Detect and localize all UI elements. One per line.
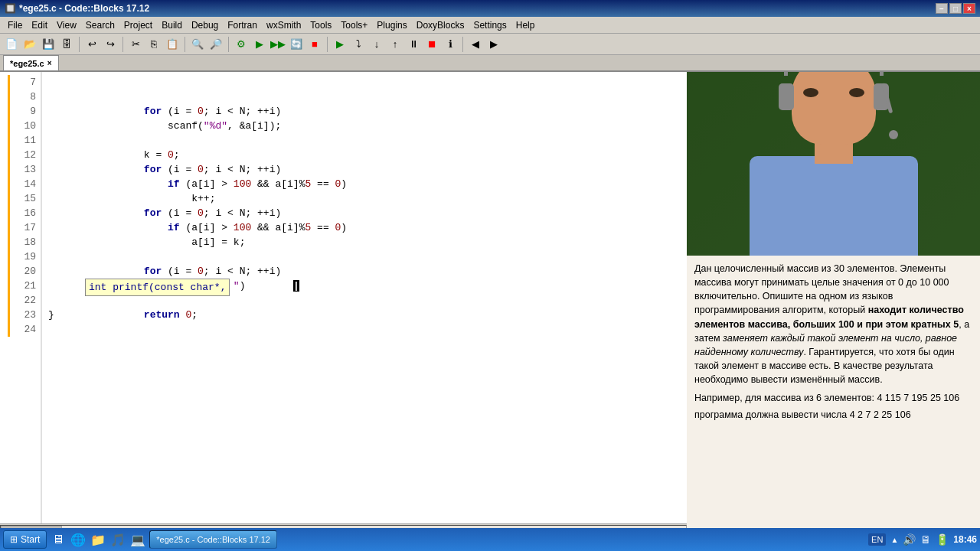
menu-doxyblocks[interactable]: DoxyBlocks — [412, 18, 469, 32]
menu-help[interactable]: Help — [511, 18, 540, 32]
left-gutter — [0, 72, 8, 523]
paste-button[interactable]: 📋 — [164, 36, 181, 53]
editor-body: 7 8 9 10 11 12 13 14 15 16 17 18 19 20 2… — [0, 72, 687, 523]
next-button[interactable]: ▶ — [485, 36, 502, 53]
taskbar-explorer-icon[interactable]: 🖥 — [50, 531, 67, 548]
menu-fortran[interactable]: Fortran — [223, 18, 262, 32]
taskbar-active-app[interactable]: *ege25.c - Code::Blocks 17.12 — [149, 530, 277, 549]
editor-wrapper: 7 8 9 10 11 12 13 14 15 16 17 18 19 20 2… — [0, 72, 687, 533]
menu-bar: File Edit View Search Project Build Debu… — [0, 17, 980, 34]
find-button[interactable]: 🔍 — [189, 36, 206, 53]
copy-button[interactable]: ⎘ — [145, 36, 162, 53]
taskbar-app5-icon[interactable]: 💻 — [129, 531, 146, 548]
tray-battery-icon[interactable]: 🔋 — [936, 533, 949, 546]
info-button[interactable]: ℹ — [442, 36, 459, 53]
step-over-button[interactable]: ⤵ — [350, 36, 367, 53]
menu-search[interactable]: Search — [81, 18, 119, 32]
line-num-19: 19 — [8, 249, 41, 264]
start-label: Start — [21, 534, 40, 545]
cut-button[interactable]: ✂ — [127, 36, 144, 53]
menu-project[interactable]: Project — [119, 18, 157, 32]
menu-edit[interactable]: Edit — [27, 18, 52, 32]
line-numbers: 7 8 9 10 11 12 13 14 15 16 17 18 19 20 2… — [8, 72, 42, 523]
right-panel: Дан целочисленный массив из 30 элементов… — [687, 72, 980, 533]
webcam-placeholder — [687, 72, 980, 256]
taskbar-media-icon[interactable]: 🎵 — [109, 531, 126, 548]
code-line-24 — [48, 322, 681, 337]
step-in-button[interactable]: ↓ — [368, 36, 385, 53]
code-line-19: for (i = 0; i < N; ++i) — [48, 249, 681, 264]
menu-wxsmith[interactable]: wxSmith — [262, 18, 305, 32]
redo-button[interactable]: ↪ — [102, 36, 119, 53]
code-line-21: int printf(const char*, — [48, 279, 681, 293]
build-run-button[interactable]: ▶▶ — [270, 36, 286, 53]
line-num-23: 23 — [8, 308, 41, 322]
save-all-button[interactable]: 🗄 — [58, 36, 75, 53]
open-button[interactable]: 📂 — [21, 36, 38, 53]
app-icon: 🔲 — [5, 3, 16, 14]
lang-indicator[interactable]: EN — [868, 533, 886, 546]
line-num-7: 7 — [8, 75, 41, 90]
line-num-22: 22 — [8, 293, 41, 308]
line-num-17: 17 — [8, 220, 41, 235]
tab-close-button[interactable]: × — [47, 59, 52, 67]
pause-button[interactable]: ⏸ — [405, 36, 422, 53]
minimize-button[interactable]: − — [936, 3, 948, 14]
line-num-18: 18 — [8, 235, 41, 249]
task-paragraph-1: Дан целочисленный массив из 30 элементов… — [694, 262, 972, 386]
window-controls: − □ × — [936, 3, 975, 14]
tray-network-icon[interactable]: 🖥 — [920, 533, 931, 546]
close-button[interactable]: × — [963, 3, 975, 14]
title-bar: 🔲 *ege25.c - Code::Blocks 17.12 − □ × — [0, 0, 980, 17]
tray-up-icon: ▲ — [890, 536, 898, 544]
menu-tools[interactable]: Tools — [305, 18, 336, 32]
taskbar-folder-icon[interactable]: 📁 — [90, 531, 106, 548]
new-button[interactable]: 📄 — [3, 36, 20, 53]
code-content: for (i = 0; i < N; ++i) scanf("%d", &a[i… — [42, 72, 687, 340]
maximize-button[interactable]: □ — [949, 3, 962, 14]
line-num-21: 21 — [8, 279, 41, 293]
stop-button[interactable]: ■ — [306, 36, 323, 53]
webcam-area — [687, 72, 980, 256]
replace-button[interactable]: 🔎 — [207, 36, 224, 53]
undo-button[interactable]: ↩ — [83, 36, 100, 53]
rebuild-button[interactable]: 🔄 — [288, 36, 305, 53]
tab-ege25[interactable]: *ege25.c × — [3, 55, 59, 70]
menu-toolsplus[interactable]: Tools+ — [336, 18, 372, 32]
debug-button[interactable]: ▶ — [332, 36, 348, 53]
toolbar-sep4 — [228, 37, 229, 52]
start-button[interactable]: ⊞ Start — [3, 530, 47, 549]
line-num-20: 20 — [8, 264, 41, 279]
autocomplete-tooltip: int printf(const char*, — [85, 279, 230, 296]
line-num-8: 8 — [8, 90, 41, 104]
task-paragraph-2: Например, для массива из 6 элементов: 4 … — [694, 391, 972, 405]
menu-view[interactable]: View — [52, 18, 81, 32]
menu-settings[interactable]: Settings — [469, 18, 511, 32]
toolbar-sep1 — [79, 37, 80, 52]
main-content: 7 8 9 10 11 12 13 14 15 16 17 18 19 20 2… — [0, 72, 980, 533]
line-num-13: 13 — [8, 162, 41, 177]
run-button[interactable]: ▶ — [251, 36, 268, 53]
line-num-16: 16 — [8, 206, 41, 220]
prev-button[interactable]: ◀ — [467, 36, 484, 53]
taskbar-app-label: *ege25.c - Code::Blocks 17.12 — [156, 535, 270, 544]
save-button[interactable]: 💾 — [40, 36, 57, 53]
code-editor[interactable]: for (i = 0; i < N; ++i) scanf("%d", &a[i… — [42, 72, 687, 523]
tab-bar: *ege25.c × — [0, 55, 980, 72]
tab-label: *ege25.c — [10, 59, 44, 68]
menu-build[interactable]: Build — [157, 18, 187, 32]
stop-debug-button[interactable]: ⏹ — [423, 36, 440, 53]
step-out-button[interactable]: ↑ — [387, 36, 403, 53]
taskbar-browser-icon[interactable]: 🌐 — [70, 531, 87, 548]
build-button[interactable]: ⚙ — [233, 36, 250, 53]
taskbar: ⊞ Start 🖥 🌐 📁 🎵 💻 *ege25.c - Code::Block… — [0, 528, 980, 551]
menu-plugins[interactable]: Plugins — [372, 18, 411, 32]
menu-debug[interactable]: Debug — [187, 18, 223, 32]
task-text-panel: Дан целочисленный массив из 30 элементов… — [687, 256, 980, 533]
menu-file[interactable]: File — [3, 18, 27, 32]
code-line-7 — [48, 75, 681, 90]
tray-volume-icon[interactable]: 🔊 — [903, 533, 916, 546]
code-line-8: for (i = 0; i < N; ++i) — [48, 90, 681, 104]
taskbar-tray: EN ▲ 🔊 🖥 🔋 18:46 — [868, 533, 977, 546]
line-num-11: 11 — [8, 133, 41, 148]
